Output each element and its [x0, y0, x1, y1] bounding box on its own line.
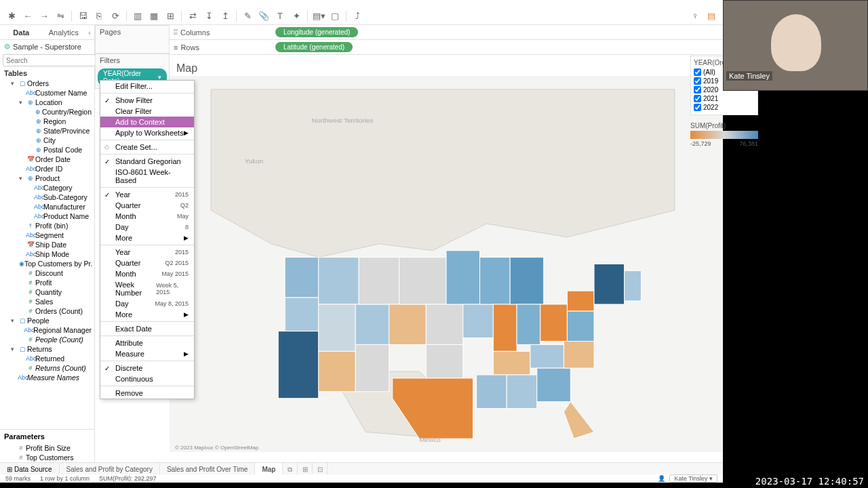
- field-returns[interactable]: ▾▢Returns: [1, 344, 93, 354]
- columns-shelf[interactable]: ⦙⦙⦙Columns Longitude (generated): [170, 25, 723, 40]
- year-option-2022[interactable]: 2022: [694, 103, 755, 112]
- longitude-pill[interactable]: Longitude (generated): [275, 27, 358, 37]
- field-orders[interactable]: ▾▢Orders: [1, 79, 93, 88]
- text-icon[interactable]: T: [273, 9, 288, 24]
- field-postal-code[interactable]: ⊕Postal Code: [1, 145, 93, 155]
- field-measure-names[interactable]: AbcMeasure Names: [1, 373, 93, 382]
- data-tab[interactable]: Data: [0, 25, 43, 39]
- save-icon[interactable]: 🖫: [75, 9, 90, 24]
- year-checkbox[interactable]: [694, 77, 701, 85]
- field-location[interactable]: ▾⊕Location: [1, 98, 93, 107]
- field-profit-bin-[interactable]: ⫯Profit (bin): [1, 221, 93, 230]
- pages-shelf[interactable]: Pages: [95, 25, 170, 54]
- sort-icon[interactable]: ⊞: [163, 9, 178, 24]
- menu-discrete[interactable]: Discrete: [100, 363, 194, 373]
- highlight-icon[interactable]: ✎: [240, 9, 255, 24]
- latitude-pill[interactable]: Latitude (generated): [275, 42, 353, 52]
- field-order-id[interactable]: AbcOrder ID: [1, 164, 93, 174]
- share-icon[interactable]: ⤴: [350, 9, 365, 24]
- field-category[interactable]: AbcCategory: [1, 183, 93, 192]
- field-regional-manager[interactable]: AbcRegional Manager: [1, 325, 93, 335]
- field-sub-category[interactable]: AbcSub-Category: [1, 192, 93, 202]
- field-country-region[interactable]: ⊕Country/Region: [1, 107, 93, 117]
- menu-week-number[interactable]: Week NumberWeek 5, 2015: [100, 279, 194, 298]
- menu-day[interactable]: DayMay 8, 2015: [100, 298, 194, 309]
- year-checkbox[interactable]: [694, 104, 701, 111]
- collapse-sidebar-icon[interactable]: ‹: [85, 25, 94, 39]
- field-customer-name[interactable]: AbcCustomer Name: [1, 88, 93, 98]
- param-profit-bin-size[interactable]: #Profit Bin Size: [0, 443, 94, 453]
- datasource-item[interactable]: ⊜ Sample - Superstore: [0, 40, 94, 53]
- sheet-title[interactable]: Map: [176, 62, 197, 75]
- menu-month[interactable]: MonthMay: [100, 211, 194, 222]
- field-sales[interactable]: #Sales: [1, 297, 93, 306]
- menu-iso-8601-week-based[interactable]: ISO-8601 Week-Based: [100, 167, 194, 186]
- field-product-name[interactable]: AbcProduct Name: [1, 211, 93, 221]
- fit-icon[interactable]: ▤▾: [311, 9, 326, 24]
- rows-shelf[interactable]: ≡Rows Latitude (generated): [170, 40, 723, 55]
- field-discount[interactable]: #Discount: [1, 268, 93, 278]
- field-orders-count-[interactable]: #Orders (Count): [1, 306, 93, 316]
- group-icon[interactable]: ▦: [146, 9, 161, 24]
- menu-apply-to-worksheets[interactable]: Apply to Worksheets▶: [100, 127, 194, 138]
- chart-icon[interactable]: ▥: [130, 9, 145, 24]
- field-order-date[interactable]: 📅Order Date: [1, 155, 93, 164]
- menu-more[interactable]: More▶: [100, 309, 194, 320]
- field-quantity[interactable]: #Quantity: [1, 287, 93, 297]
- menu-year[interactable]: Year2015: [100, 247, 194, 258]
- field-people[interactable]: ▾▢People: [1, 316, 93, 325]
- forward-icon[interactable]: →: [37, 9, 52, 24]
- analytics-tab[interactable]: Analytics: [43, 25, 85, 39]
- field-segment[interactable]: AbcSegment: [1, 230, 93, 240]
- year-checkbox[interactable]: [694, 86, 701, 94]
- year-checkbox[interactable]: [694, 68, 701, 76]
- menu-remove[interactable]: Remove: [100, 388, 194, 399]
- logo-icon[interactable]: ✱: [4, 9, 19, 24]
- field-region[interactable]: ⊕Region: [1, 117, 93, 126]
- field-city[interactable]: ⊕City: [1, 136, 93, 145]
- field-manufacturer[interactable]: AbcManufacturer: [1, 202, 93, 211]
- guide-icon[interactable]: ♀: [688, 9, 703, 24]
- field-returns-count-[interactable]: #Returns (Count): [1, 363, 93, 373]
- menu-day[interactable]: Day8: [100, 222, 194, 232]
- swap-axes-icon[interactable]: ⇄: [185, 9, 200, 24]
- menu-exact-date[interactable]: Exact Date: [100, 323, 194, 334]
- menu-attribute[interactable]: Attribute: [100, 338, 194, 348]
- field-ship-mode[interactable]: AbcShip Mode: [1, 249, 93, 259]
- back-icon[interactable]: ←: [20, 9, 35, 24]
- menu-show-filter[interactable]: Show Filter: [100, 95, 194, 106]
- menu-more[interactable]: More▶: [100, 232, 194, 243]
- legend-gradient[interactable]: [690, 131, 758, 139]
- menu-month[interactable]: MonthMay 2015: [100, 268, 194, 279]
- field-profit[interactable]: #Profit: [1, 278, 93, 287]
- swap-icon[interactable]: ⇋: [53, 9, 68, 24]
- attach-icon[interactable]: 📎: [256, 9, 271, 24]
- menu-quarter[interactable]: QuarterQ2 2015: [100, 258, 194, 268]
- refresh-icon[interactable]: ⟳: [108, 9, 123, 24]
- field-top-customers-by-pr-[interactable]: ◉Top Customers by Pr...: [1, 259, 93, 268]
- user-dropdown[interactable]: Kate Tinsley ▾: [669, 474, 717, 483]
- menu-add-to-context[interactable]: Add to Context: [100, 117, 194, 127]
- sort-desc-icon[interactable]: ↥: [218, 9, 233, 24]
- year-option-2021[interactable]: 2021: [694, 94, 755, 103]
- param-top-customers[interactable]: #Top Customers: [0, 453, 94, 462]
- menu-continuous[interactable]: Continuous: [100, 373, 194, 384]
- menu-clear-filter[interactable]: Clear Filter: [100, 106, 194, 117]
- showme-icon[interactable]: ▤: [704, 9, 719, 24]
- menu-year[interactable]: Year2015: [100, 189, 194, 200]
- new-data-icon[interactable]: ⎘: [92, 9, 106, 24]
- pin-icon[interactable]: ✦: [289, 9, 304, 24]
- menu-edit-filter-[interactable]: Edit Filter...: [100, 81, 194, 92]
- menu-quarter[interactable]: QuarterQ2: [100, 200, 194, 211]
- sort-asc-icon[interactable]: ↧: [201, 9, 216, 24]
- field-people-count-[interactable]: #People (Count): [1, 335, 93, 344]
- menu-create-set-[interactable]: Create Set...: [100, 142, 194, 152]
- field-state-province[interactable]: ⊕State/Province: [1, 126, 93, 136]
- year-checkbox[interactable]: [694, 95, 701, 102]
- search-input[interactable]: [3, 54, 96, 66]
- map-canvas[interactable]: Yukon Northwest Territories Mexico © 202…: [170, 76, 723, 452]
- field-product[interactable]: ▾⊕Product: [1, 174, 93, 183]
- menu-measure[interactable]: Measure▶: [100, 348, 194, 359]
- menu-standard-gregorian[interactable]: Standard Gregorian: [100, 156, 194, 167]
- field-ship-date[interactable]: 📅Ship Date: [1, 240, 93, 249]
